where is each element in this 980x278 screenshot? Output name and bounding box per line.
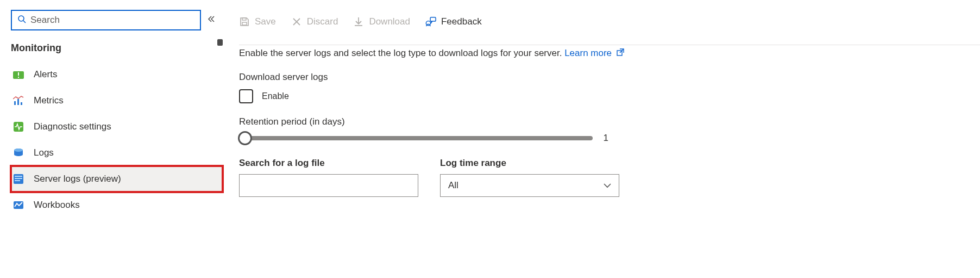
svg-rect-17 xyxy=(242,18,246,20)
retention-value: 1 xyxy=(604,133,608,144)
svg-point-0 xyxy=(18,16,24,21)
enable-checkbox[interactable] xyxy=(239,89,253,103)
time-range-value: All xyxy=(448,180,458,191)
toolbar-divider xyxy=(239,45,980,45)
discard-label: Discard xyxy=(307,16,338,27)
time-range-label: Log time range xyxy=(440,158,619,169)
svg-rect-12 xyxy=(15,176,22,177)
feedback-button[interactable]: Feedback xyxy=(425,16,482,27)
svg-rect-5 xyxy=(14,101,16,105)
metrics-icon xyxy=(12,94,25,107)
diagnostic-icon xyxy=(12,120,25,133)
sidebar: Monitoring Alerts Metrics Diagnostic set… xyxy=(0,0,223,278)
search-icon xyxy=(17,15,26,26)
svg-line-1 xyxy=(23,21,26,23)
sidebar-item-label: Server logs (preview) xyxy=(34,174,121,184)
download-server-logs-heading: Download server logs xyxy=(239,72,964,83)
download-button: Download xyxy=(353,16,410,27)
sidebar-item-label: Workbooks xyxy=(34,200,80,211)
logs-icon xyxy=(12,146,25,159)
sidebar-item-metrics[interactable]: Metrics xyxy=(11,88,223,114)
description: Enable the server logs and select the lo… xyxy=(239,48,964,59)
download-label: Download xyxy=(369,16,410,27)
sidebar-section-title: Monitoring xyxy=(11,42,223,54)
search-log-label: Search for a log file xyxy=(239,158,418,169)
sidebar-item-workbooks[interactable]: Workbooks xyxy=(11,192,223,218)
description-text: Enable the server logs and select the lo… xyxy=(239,48,562,58)
sidebar-item-logs[interactable]: Logs xyxy=(11,140,223,166)
time-range-select[interactable]: All xyxy=(440,174,619,197)
workbooks-icon xyxy=(12,199,25,212)
search-box[interactable] xyxy=(11,10,201,30)
feedback-icon xyxy=(425,16,436,27)
enable-label: Enable xyxy=(262,91,289,101)
svg-point-10 xyxy=(14,149,23,152)
toolbar: Save Discard Download Feedback xyxy=(239,16,964,35)
sidebar-item-server-logs[interactable]: Server logs (preview) xyxy=(11,166,223,192)
svg-rect-7 xyxy=(21,102,22,105)
learn-more-label: Learn more xyxy=(564,48,612,58)
search-log-input[interactable] xyxy=(239,174,418,197)
save-label: Save xyxy=(255,16,276,27)
main-panel: Save Discard Download Feedback xyxy=(223,0,980,278)
collapse-sidebar-icon[interactable] xyxy=(208,15,215,25)
svg-rect-3 xyxy=(18,72,19,76)
search-input[interactable] xyxy=(30,15,194,26)
save-button: Save xyxy=(239,16,276,27)
feedback-label: Feedback xyxy=(441,16,482,27)
alert-icon xyxy=(12,68,25,81)
svg-rect-13 xyxy=(15,178,22,179)
sidebar-item-label: Logs xyxy=(34,147,54,158)
sidebar-item-label: Alerts xyxy=(34,69,57,80)
svg-rect-4 xyxy=(18,77,19,78)
chevron-down-icon xyxy=(604,180,611,191)
sidebar-item-label: Metrics xyxy=(34,95,64,106)
svg-rect-6 xyxy=(17,99,19,105)
svg-rect-16 xyxy=(242,22,247,25)
sidebar-item-label: Diagnostic settings xyxy=(34,121,111,132)
discard-button: Discard xyxy=(291,16,338,27)
server-logs-icon xyxy=(12,172,25,186)
sidebar-item-diagnostic-settings[interactable]: Diagnostic settings xyxy=(11,114,223,140)
retention-slider-thumb[interactable] xyxy=(238,131,252,145)
svg-rect-14 xyxy=(15,180,20,181)
save-icon xyxy=(239,16,250,27)
external-link-icon xyxy=(617,48,624,58)
sidebar-nav: Alerts Metrics Diagnostic settings Logs xyxy=(11,61,223,218)
retention-slider[interactable] xyxy=(239,136,593,140)
retention-label: Retention period (in days) xyxy=(239,116,964,127)
sidebar-item-alerts[interactable]: Alerts xyxy=(11,61,223,88)
sidebar-scrollbar[interactable] xyxy=(217,39,223,46)
learn-more-link[interactable]: Learn more xyxy=(564,48,624,58)
download-icon xyxy=(353,16,364,27)
svg-rect-23 xyxy=(430,17,436,21)
discard-icon xyxy=(291,16,302,27)
